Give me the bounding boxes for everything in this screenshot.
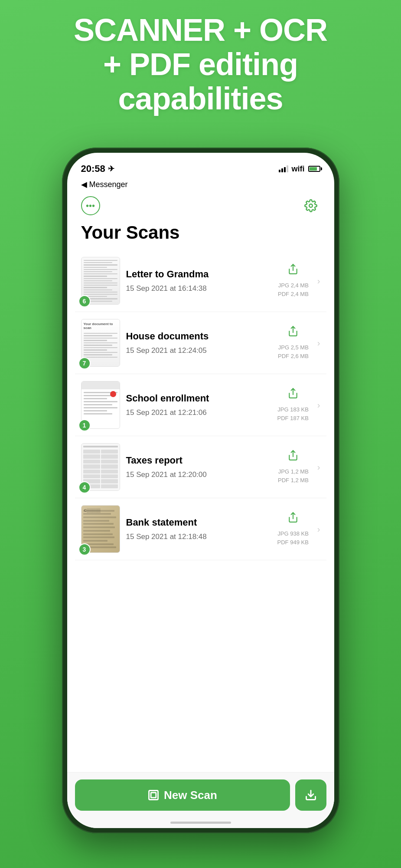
- home-indicator: [170, 822, 231, 824]
- scan-date-2: 15 Sep 2021 at 12:24:05: [126, 346, 272, 355]
- scan-info-5: Bank statement 15 Sep 2021 at 12:18:48: [126, 517, 271, 541]
- scan-badge-3: 1: [78, 419, 91, 431]
- scan-badge-2: 7: [78, 357, 91, 369]
- scan-thumb-wrap-2: Your document to scan scan 7: [81, 319, 120, 367]
- scan-date-1: 15 Sep 2021 at 16:14:38: [126, 284, 272, 293]
- scan-item-school[interactable]: 1 School enrollment 15 Sep 2021 at 12:21…: [75, 374, 326, 436]
- share-button-3[interactable]: [287, 388, 299, 402]
- status-bar: 20:58 ✈ wifi: [67, 153, 334, 179]
- scan-name-5: Bank statement: [126, 517, 271, 528]
- scan-actions-1: JPG 2,4 MB PDF 2,4 MB: [278, 263, 309, 298]
- new-scan-label: New Scan: [164, 789, 217, 802]
- share-button-4[interactable]: [287, 450, 299, 464]
- scan-thumb-wrap-3: 1: [81, 381, 120, 429]
- scan-item-taxes[interactable]: 4 Taxes report 15 Sep 2021 at 12:20:00: [75, 436, 326, 498]
- scan-sizes-1: JPG 2,4 MB PDF 2,4 MB: [278, 281, 309, 298]
- scan-thumb-wrap-4: 4: [81, 443, 120, 491]
- scan-badge-1: 6: [78, 295, 91, 307]
- scan-name-4: Taxes report: [126, 455, 272, 466]
- share-button-2[interactable]: [287, 326, 299, 340]
- menu-button[interactable]: •••: [81, 196, 100, 215]
- chevron-icon-2: ›: [317, 338, 320, 348]
- svg-point-0: [309, 204, 313, 207]
- scan-actions-2: JPG 2,5 MB PDF 2,6 MB: [278, 326, 309, 360]
- new-scan-icon: [147, 789, 160, 801]
- battery-icon: [308, 166, 320, 172]
- scan-sizes-2: JPG 2,5 MB PDF 2,6 MB: [278, 343, 309, 360]
- scan-date-3: 15 Sep 2021 at 12:21:06: [126, 408, 271, 417]
- bottom-action-bar: New Scan: [67, 772, 334, 828]
- chevron-icon-3: ›: [317, 400, 320, 410]
- settings-button[interactable]: [301, 196, 320, 215]
- share-button-5[interactable]: [287, 512, 299, 526]
- scan-item-house[interactable]: Your document to scan scan 7 House docum…: [75, 312, 326, 374]
- back-navigation[interactable]: ◀ Messenger: [67, 179, 334, 193]
- chevron-icon-5: ›: [317, 524, 320, 534]
- svg-rect-6: [149, 791, 158, 800]
- scan-actions-5: JPG 938 KB PDF 949 KB: [277, 512, 309, 546]
- scan-info-3: School enrollment 15 Sep 2021 at 12:21:0…: [126, 393, 271, 417]
- scan-info-4: Taxes report 15 Sep 2021 at 12:20:00: [126, 455, 272, 479]
- wifi-icon: wifi: [292, 164, 305, 174]
- share-button-1[interactable]: [287, 263, 299, 278]
- page-title: Your Scans: [67, 219, 334, 250]
- scan-sizes-4: JPG 1,2 MB PDF 1,2 MB: [278, 467, 309, 484]
- scan-badge-5: 3: [78, 543, 91, 556]
- chevron-icon-1: ›: [317, 276, 320, 286]
- scan-actions-4: JPG 1,2 MB PDF 1,2 MB: [278, 450, 309, 484]
- chevron-icon-4: ›: [317, 462, 320, 472]
- scan-thumb-wrap-5: C▒▒▒▒▒ 3: [81, 505, 120, 553]
- download-button[interactable]: [295, 779, 326, 811]
- toolbar: •••: [67, 193, 334, 219]
- scan-sizes-5: JPG 938 KB PDF 949 KB: [277, 529, 309, 546]
- download-icon: [305, 789, 317, 801]
- scan-item-bank[interactable]: C▒▒▒▒▒ 3 Bank statement 15 Sep 2021 at 1…: [75, 498, 326, 560]
- scan-info-2: House documents 15 Sep 2021 at 12:24:05: [126, 331, 272, 355]
- hero-heading: SCANNER + OCR + PDF editing capabilities: [0, 13, 401, 116]
- scan-name-2: House documents: [126, 331, 272, 342]
- scan-badge-4: 4: [78, 481, 91, 493]
- scan-item-letter[interactable]: 6 Letter to Grandma 15 Sep 2021 at 16:14…: [75, 250, 326, 312]
- status-time: 20:58 ✈: [81, 163, 114, 174]
- scan-date-5: 15 Sep 2021 at 12:18:48: [126, 533, 271, 541]
- scan-actions-3: JPG 183 KB PDF 187 KB: [277, 388, 309, 422]
- phone-screen: 20:58 ✈ wifi ◀ Messenger: [67, 153, 334, 828]
- scan-sizes-3: JPG 183 KB PDF 187 KB: [277, 405, 309, 422]
- new-scan-button[interactable]: New Scan: [75, 779, 290, 811]
- status-icons: wifi: [279, 164, 320, 174]
- signal-icon: [279, 165, 288, 172]
- svg-rect-7: [151, 792, 156, 798]
- scan-thumb-wrap-1: 6: [81, 257, 120, 305]
- scan-name-3: School enrollment: [126, 393, 271, 404]
- scan-name-1: Letter to Grandma: [126, 269, 272, 280]
- phone-frame: 20:58 ✈ wifi ◀ Messenger: [62, 148, 339, 833]
- scan-date-4: 15 Sep 2021 at 12:20:00: [126, 470, 272, 479]
- scan-info-1: Letter to Grandma 15 Sep 2021 at 16:14:3…: [126, 269, 272, 293]
- scan-list: 6 Letter to Grandma 15 Sep 2021 at 16:14…: [67, 250, 334, 560]
